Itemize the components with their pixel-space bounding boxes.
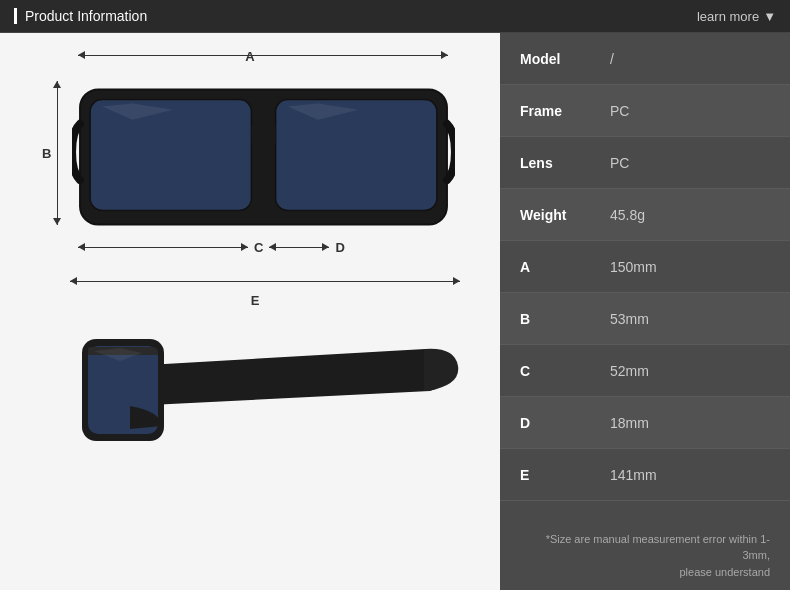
dimension-a-arrow bbox=[78, 55, 448, 56]
header-left: Product Information bbox=[14, 8, 147, 24]
dimension-cd-row: C D bbox=[78, 240, 349, 255]
spec-value: PC bbox=[610, 103, 629, 119]
main-content: A B bbox=[0, 33, 790, 590]
spec-label: A bbox=[520, 259, 610, 275]
dimension-d-arrow bbox=[269, 247, 329, 248]
spec-label: Weight bbox=[520, 207, 610, 223]
spec-label: E bbox=[520, 467, 610, 483]
spec-label: B bbox=[520, 311, 610, 327]
spec-value: 53mm bbox=[610, 311, 649, 327]
learn-more-button[interactable]: learn more ▼ bbox=[697, 9, 776, 24]
sunglasses-side-view bbox=[70, 311, 460, 475]
spec-note-text: *Size are manual measurement error withi… bbox=[520, 531, 770, 581]
page-header: Product Information learn more ▼ bbox=[0, 0, 790, 33]
dimension-d-label: D bbox=[331, 240, 348, 255]
spec-label: D bbox=[520, 415, 610, 431]
top-view-section: A B bbox=[30, 43, 470, 263]
spec-value: 18mm bbox=[610, 415, 649, 431]
spec-value: 150mm bbox=[610, 259, 657, 275]
dimension-e-label: E bbox=[247, 293, 264, 308]
spec-value: 52mm bbox=[610, 363, 649, 379]
spec-row: E 141mm bbox=[500, 449, 790, 501]
spec-note: *Size are manual measurement error withi… bbox=[500, 501, 790, 590]
right-panel: Model / Frame PC Lens PC Weight 45.8g A … bbox=[500, 33, 790, 590]
spec-label: Lens bbox=[520, 155, 610, 171]
spec-row: D 18mm bbox=[500, 397, 790, 449]
learn-more-label: learn more bbox=[697, 9, 759, 24]
dimension-b-label: B bbox=[38, 144, 55, 162]
spec-row: C 52mm bbox=[500, 345, 790, 397]
side-view-section: E bbox=[30, 268, 470, 488]
dimension-c-arrow bbox=[78, 247, 248, 248]
page-title: Product Information bbox=[25, 8, 147, 24]
dimension-e-label-row: E bbox=[60, 293, 450, 308]
spec-label: Model bbox=[520, 51, 610, 67]
spec-row: Model / bbox=[500, 33, 790, 85]
svg-rect-3 bbox=[251, 124, 275, 146]
spec-value: 141mm bbox=[610, 467, 657, 483]
dimension-c-label: C bbox=[250, 240, 267, 255]
specs-table: Model / Frame PC Lens PC Weight 45.8g A … bbox=[500, 33, 790, 501]
header-bar-decoration bbox=[14, 8, 17, 24]
spec-row: A 150mm bbox=[500, 241, 790, 293]
spec-value: 45.8g bbox=[610, 207, 645, 223]
dimension-e-row bbox=[70, 273, 460, 289]
dimension-a-label: A bbox=[241, 47, 258, 65]
left-panel: A B bbox=[0, 33, 500, 590]
spec-label: C bbox=[520, 363, 610, 379]
dropdown-icon: ▼ bbox=[763, 9, 776, 24]
spec-row: Frame PC bbox=[500, 85, 790, 137]
spec-value: PC bbox=[610, 155, 629, 171]
spec-row: B 53mm bbox=[500, 293, 790, 345]
spec-row: Lens PC bbox=[500, 137, 790, 189]
svg-rect-2 bbox=[276, 100, 437, 211]
svg-rect-1 bbox=[90, 100, 251, 211]
spec-label: Frame bbox=[520, 103, 610, 119]
spec-row: Weight 45.8g bbox=[500, 189, 790, 241]
sunglasses-front-view bbox=[72, 71, 455, 243]
spec-value: / bbox=[610, 51, 614, 67]
